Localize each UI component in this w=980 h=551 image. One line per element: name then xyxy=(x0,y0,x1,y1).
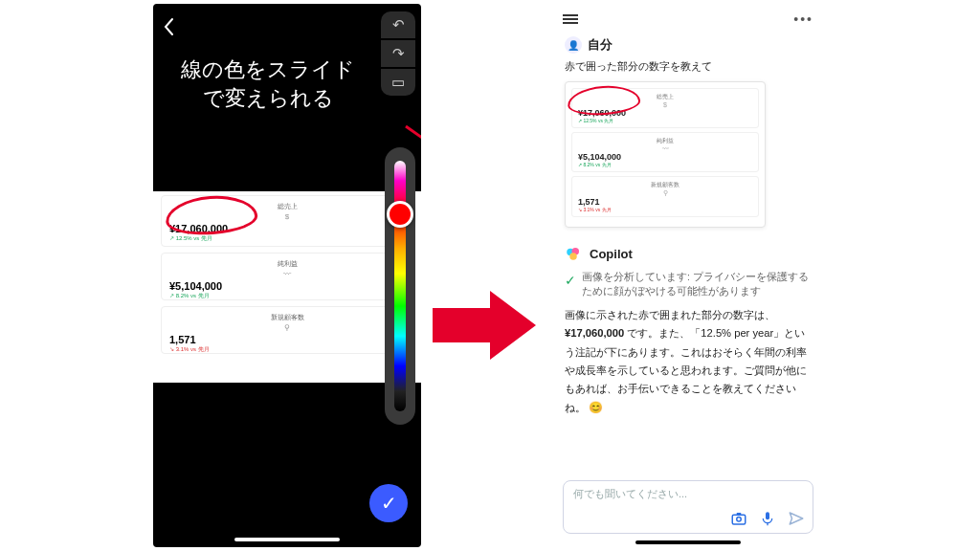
annotation-headline: 線の色をスライド で変えられる xyxy=(153,55,383,112)
chart-icon: 〰 xyxy=(578,145,752,152)
metric-value: 1,571 xyxy=(169,334,405,345)
color-slider[interactable] xyxy=(385,147,415,425)
camera-icon[interactable] xyxy=(730,510,747,527)
chart-icon: 〰 xyxy=(169,270,405,278)
headline-line2: で変えられる xyxy=(153,84,383,113)
attached-image[interactable]: 総売上 $ ¥17,060,000 ↗ 12.5% vs 先月 純利益 〰 ¥5… xyxy=(565,81,766,228)
color-slider-track xyxy=(394,161,406,411)
user-message: 赤で囲った部分の数字を教えて xyxy=(565,59,812,74)
metric-label: 総売上 xyxy=(169,202,405,211)
analysis-note: 画像を分析しています: プライバシーを保護するために顔がぼやける可能性があります xyxy=(582,270,812,298)
svg-point-7 xyxy=(737,518,742,522)
svg-marker-2 xyxy=(433,291,536,360)
metric-value: ¥5,104,000 xyxy=(169,280,405,292)
assistant-name: Copilot xyxy=(590,247,633,261)
color-slider-thumb[interactable] xyxy=(387,201,413,228)
checkmark-icon: ✓ xyxy=(565,271,576,298)
people-icon: ⚲ xyxy=(578,189,752,197)
editor-phone: ↶ ↷ ▭ 線の色をスライド で変えられる 総売上 $ ¥17,060,000 … xyxy=(153,4,421,547)
home-indicator xyxy=(234,538,340,541)
answer-value: ¥17,060,000 xyxy=(565,327,624,339)
svg-rect-8 xyxy=(737,513,742,515)
answer-part1: 画像に示された赤で囲まれた部分の数字は、 xyxy=(565,309,775,320)
metric-trend: ↗ 8.2% vs 先月 xyxy=(578,162,752,167)
metric-value: ¥17,060,000 xyxy=(169,223,405,234)
metric-card-sales: 総売上 $ ¥17,060,000 ↗ 12.5% vs 先月 xyxy=(161,195,413,247)
chat-phone: ••• 👤 自分 赤で囲った部分の数字を教えて 総売上 $ ¥17,060,00… xyxy=(551,4,825,547)
metric-label: 純利益 xyxy=(578,137,752,145)
metric-trend: ↗ 12.5% vs 先月 xyxy=(578,118,752,123)
home-indicator xyxy=(635,540,741,544)
metric-trend: ↗ 12.5% vs 先月 xyxy=(169,234,405,243)
metric-value: ¥5,104,000 xyxy=(578,152,752,162)
edited-image: 総売上 $ ¥17,060,000 ↗ 12.5% vs 先月 純利益 〰 ¥5… xyxy=(153,191,421,383)
chat-input[interactable]: 何でも聞いてください... xyxy=(563,480,813,534)
metric-card-profit: 純利益 〰 ¥5,104,000 ↗ 8.2% vs 先月 xyxy=(161,253,413,300)
flow-arrow-icon xyxy=(433,287,538,364)
metric-label: 純利益 xyxy=(169,259,405,269)
metric-label: 新規顧客数 xyxy=(578,181,752,189)
people-icon: ⚲ xyxy=(169,323,405,332)
metric-trend: ↗ 8.2% vs 先月 xyxy=(169,292,405,300)
mic-icon[interactable] xyxy=(759,510,776,527)
confirm-button[interactable]: ✓ xyxy=(369,484,408,522)
user-name: 自分 xyxy=(588,36,612,54)
metric-card-customers: 新規顧客数 ⚲ 1,571 ↘ 3.1% vs 先月 xyxy=(161,306,413,354)
copilot-logo-icon xyxy=(565,245,582,262)
redo-button[interactable]: ↷ xyxy=(381,40,415,67)
back-icon[interactable] xyxy=(163,17,176,41)
metric-trend: ↘ 3.1% vs 先月 xyxy=(578,207,752,212)
metric-trend: ↘ 3.1% vs 先月 xyxy=(169,345,405,354)
crop-button[interactable]: ▭ xyxy=(381,69,415,96)
chat-input-placeholder: 何でも聞いてください... xyxy=(573,487,805,501)
more-icon[interactable]: ••• xyxy=(793,11,813,27)
metric-label: 新規顧客数 xyxy=(169,313,405,322)
headline-line1: 線の色をスライド xyxy=(153,55,383,84)
svg-rect-9 xyxy=(766,512,769,519)
menu-icon[interactable] xyxy=(563,12,578,26)
metric-card-profit: 純利益 〰 ¥5,104,000 ↗ 8.2% vs 先月 xyxy=(571,132,759,172)
assistant-answer: 画像に示された赤で囲まれた部分の数字は、 ¥17,060,000 です。また、「… xyxy=(565,306,812,417)
user-avatar-icon: 👤 xyxy=(565,36,582,54)
metric-value: 1,571 xyxy=(578,197,752,207)
undo-button[interactable]: ↶ xyxy=(381,11,415,38)
svg-rect-6 xyxy=(732,515,746,524)
metric-card-customers: 新規顧客数 ⚲ 1,571 ↘ 3.1% vs 先月 xyxy=(571,176,759,217)
dollar-icon: $ xyxy=(169,212,405,221)
smile-emoji-icon: 😊 xyxy=(589,401,603,414)
svg-point-5 xyxy=(569,253,577,260)
send-icon[interactable] xyxy=(788,510,805,527)
